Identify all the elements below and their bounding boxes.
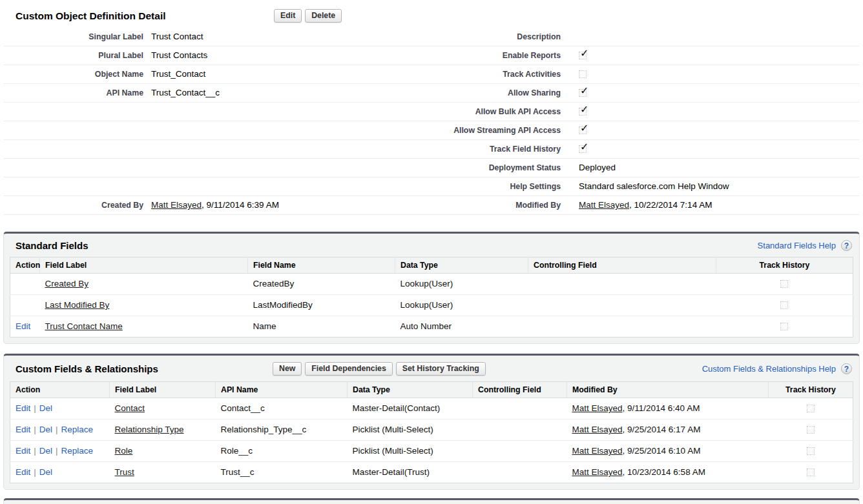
modified-by-user-link[interactable]: Matt Elsayed	[572, 425, 623, 434]
table-row: Last Modified By LastModifiedBy Lookup(U…	[10, 295, 853, 316]
separator: |	[34, 446, 36, 456]
page-title: Custom Object Definition Detail	[16, 10, 274, 22]
modified-by-user-link[interactable]: Matt Elsayed	[572, 467, 623, 477]
modified-by-cell: Matt Elsayed, 10/23/2014 6:58 AM	[567, 462, 769, 483]
modified-by-user-link[interactable]: Matt Elsayed	[572, 403, 623, 413]
track-history-checkbox	[807, 405, 815, 412]
field-label-link[interactable]: Trust Contact Name	[45, 321, 123, 331]
controlling-field-cell	[473, 419, 567, 441]
col-data-type: Data Type	[348, 382, 473, 398]
field-label-plural-label: Plural Label	[4, 46, 151, 65]
custom-fields-help-link[interactable]: Custom Fields & Relationships Help	[702, 364, 836, 374]
replace-link[interactable]: Replace	[61, 425, 94, 434]
field-value-allow-streaming-api	[579, 121, 859, 139]
field-name-cell: Name	[248, 316, 395, 338]
edit-link[interactable]: Edit	[16, 467, 30, 477]
empty-cell	[4, 159, 151, 165]
edit-link[interactable]: Edit	[16, 425, 30, 434]
track-history-checkbox	[780, 280, 788, 288]
allow-streaming-api-checkbox	[579, 126, 587, 134]
field-label-link[interactable]: Trust	[115, 467, 134, 477]
controlling-field-cell	[528, 274, 716, 295]
modified-by-cell: Matt Elsayed, 9/25/2014 6:10 AM	[567, 441, 769, 462]
action-cell: Edit|Del|Replace	[10, 441, 110, 462]
field-value-allow-sharing	[579, 84, 859, 102]
custom-fields-table: Action Field Label API Name Data Type Co…	[10, 381, 853, 483]
field-label-link[interactable]: Relationship Type	[115, 425, 184, 434]
del-link[interactable]: Del	[39, 425, 52, 434]
track-history-checkbox	[807, 469, 815, 476]
del-link[interactable]: Del	[39, 467, 52, 477]
field-value-modified-by: Matt Elsayed, 10/22/2014 7:14 AM	[579, 196, 859, 214]
standard-fields-help-link[interactable]: Standard Fields Help	[758, 241, 836, 250]
table-row: Edit Trust Contact Name Name Auto Number	[10, 316, 853, 338]
edit-button[interactable]: Edit	[274, 9, 302, 23]
delete-button[interactable]: Delete	[305, 9, 342, 23]
custom-fields-section: Custom Fields & Relationships New Field …	[3, 354, 860, 490]
track-activities-checkbox	[579, 70, 587, 78]
field-label-cell: Role	[110, 441, 216, 462]
controlling-field-cell	[473, 398, 567, 419]
modified-by-user-link[interactable]: Matt Elsayed	[572, 446, 623, 456]
help-question-icon[interactable]: ?	[841, 240, 852, 251]
modified-date: , 9/25/2014 6:10 AM	[623, 446, 701, 456]
field-dependencies-button[interactable]: Field Dependencies	[305, 362, 393, 376]
field-name-cell: LastModifiedBy	[248, 295, 395, 316]
standard-fields-title: Standard Fields	[16, 240, 88, 251]
field-label-api-name: API Name	[4, 84, 151, 102]
table-header-row: Action Field Label API Name Data Type Co…	[10, 382, 853, 398]
table-row: Edit|Del Contact Contact__c Master-Detai…	[10, 398, 853, 419]
new-button[interactable]: New	[273, 362, 302, 376]
api-name-cell: Relationship_Type__c	[216, 419, 348, 441]
col-field-label: Field Label	[40, 257, 248, 274]
table-row: Edit|Del|Replace Role Role__c Picklist (…	[10, 441, 853, 462]
action-cell	[10, 274, 40, 295]
api-name-cell: Trust__c	[216, 462, 348, 483]
del-link[interactable]: Del	[39, 403, 52, 413]
track-history-cell	[769, 419, 853, 441]
field-label-cell: Created By	[40, 274, 248, 295]
api-name-cell: Role__c	[216, 441, 348, 462]
track-history-checkbox	[807, 426, 815, 434]
enable-reports-checkbox	[579, 52, 587, 59]
track-history-cell	[716, 295, 853, 316]
set-history-tracking-button[interactable]: Set History Tracking	[396, 362, 486, 376]
field-label-cell: Contact	[110, 398, 216, 419]
help-question-icon[interactable]: ?	[841, 363, 852, 374]
field-label-link[interactable]: Created By	[45, 279, 89, 288]
field-label-description: Description	[410, 28, 579, 46]
data-type-cell: Lookup(User)	[395, 295, 528, 316]
separator: |	[56, 446, 58, 456]
col-action: Action	[10, 382, 110, 398]
field-label-cell: Trust	[110, 462, 216, 483]
col-controlling-field: Controlling Field	[473, 382, 567, 398]
edit-link[interactable]: Edit	[16, 321, 30, 331]
edit-link[interactable]: Edit	[16, 403, 30, 413]
field-label-cell: Trust Contact Name	[40, 316, 248, 338]
detail-row: API Name Trust_Contact__c Allow Sharing	[4, 84, 859, 103]
field-label-link[interactable]: Last Modified By	[45, 300, 110, 310]
data-type-cell: Picklist (Multi-Select)	[348, 419, 473, 441]
separator: |	[56, 425, 58, 434]
field-label-link[interactable]: Role	[115, 446, 133, 456]
col-modified-by: Modified By	[567, 382, 769, 398]
field-label-link[interactable]: Contact	[115, 403, 145, 413]
separator: |	[34, 425, 36, 434]
modified-date: , 10/23/2014 6:58 AM	[623, 467, 705, 477]
track-field-history-checkbox	[579, 145, 587, 153]
created-by-user-link[interactable]: Matt Elsayed	[151, 200, 202, 210]
edit-link[interactable]: Edit	[16, 446, 30, 456]
field-value-deployment-status: Deployed	[579, 159, 859, 177]
del-link[interactable]: Del	[39, 446, 52, 456]
field-label-help-settings: Help Settings	[410, 177, 579, 196]
modified-by-user-link[interactable]: Matt Elsayed	[579, 200, 629, 210]
replace-link[interactable]: Replace	[61, 446, 94, 456]
table-row: Created By CreatedBy Lookup(User)	[10, 274, 853, 295]
action-cell: Edit|Del	[10, 398, 110, 419]
table-row: Edit|Del|Replace Relationship Type Relat…	[10, 419, 853, 441]
field-value-allow-bulk-api	[579, 103, 859, 121]
modified-by-date: , 10/22/2014 7:14 AM	[629, 200, 712, 210]
separator: |	[34, 467, 36, 477]
table-header-row: Action Field Label Field Name Data Type …	[10, 257, 853, 274]
field-label-deployment-status: Deployment Status	[410, 159, 579, 177]
